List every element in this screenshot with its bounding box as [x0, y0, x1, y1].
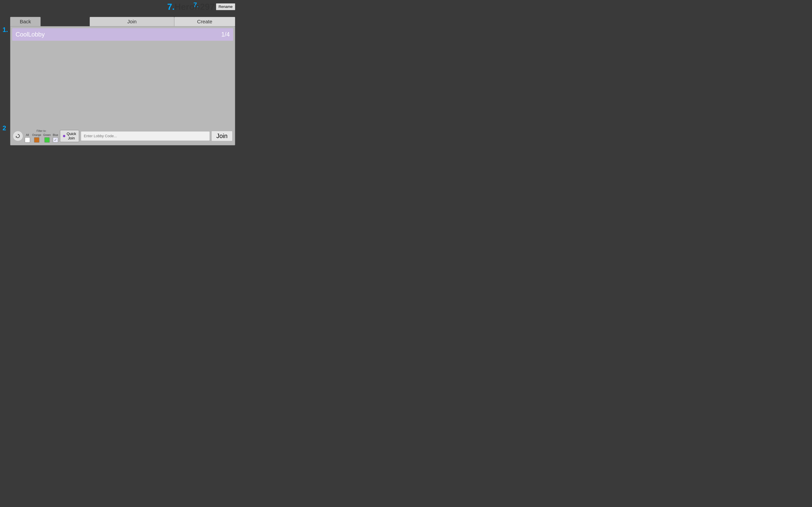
lobby-code-input[interactable] [81, 131, 210, 141]
green-checkbox[interactable] [44, 137, 50, 143]
all-label: All [26, 133, 29, 136]
filter-colors: All Orange Green Blue [25, 133, 58, 143]
content-panel: CoolLobby 1/4 Filter to: All [10, 26, 235, 145]
filter-orange: Orange [32, 133, 41, 143]
orange-label: Orange [32, 133, 41, 136]
filter-all: All [25, 133, 30, 143]
quick-join-label: QuickJoin [67, 132, 76, 140]
lobby-list: CoolLobby 1/4 [12, 28, 233, 126]
filter-green: Green [43, 133, 51, 143]
lobby-item[interactable]: CoolLobby 1/4 [12, 28, 233, 41]
annotation-2: 2 [3, 124, 6, 132]
svg-marker-0 [15, 136, 17, 137]
join-button[interactable]: Join [211, 131, 233, 141]
annotation-1: 1. [3, 26, 8, 34]
tab-back[interactable]: Back [10, 17, 41, 26]
rename-button[interactable]: Rename [216, 3, 235, 10]
username-display: 7.Heron297 [167, 2, 214, 12]
refresh-icon [15, 133, 20, 138]
green-label: Green [43, 133, 51, 136]
all-checkbox[interactable] [25, 137, 30, 143]
tab-create[interactable]: Create [174, 17, 235, 26]
filter-group: Filter to: All Orange Green [25, 129, 58, 143]
refresh-button[interactable] [13, 131, 23, 141]
username-name: Heron297 [174, 2, 215, 12]
main-container: Back Join Create CoolLobby 1/4 Filt [10, 17, 235, 146]
bottom-bar: Filter to: All Orange Green [12, 128, 233, 143]
blue-checkbox[interactable]: ✓ [53, 137, 58, 143]
blue-label: Blue [53, 133, 58, 136]
filter-blue: Blue ✓ [53, 133, 58, 143]
username-number: 7. [167, 2, 174, 12]
filter-label: Filter to: [37, 129, 46, 132]
top-bar: 7.Heron297 Rename [167, 2, 235, 12]
lobby-count: 1/4 [221, 31, 230, 38]
tab-join[interactable]: Join [90, 17, 174, 26]
orange-checkbox[interactable] [34, 137, 39, 143]
quick-join-dot [63, 135, 65, 137]
quick-join-button[interactable]: QuickJoin [60, 130, 79, 142]
lobby-name: CoolLobby [15, 31, 45, 38]
tab-bar: Back Join Create [10, 17, 235, 26]
